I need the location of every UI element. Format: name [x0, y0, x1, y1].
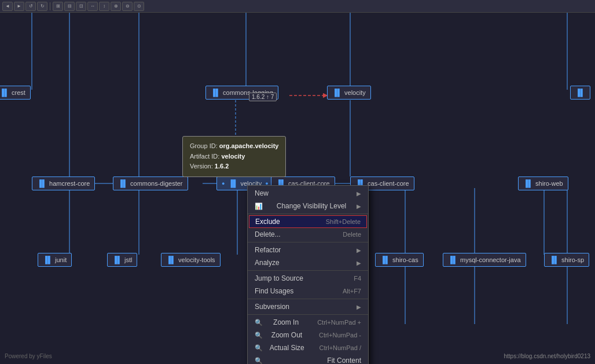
menu-item-refactor[interactable]: Refactor ▶ [248, 244, 368, 256]
toolbar-btn-2[interactable]: ► [14, 2, 24, 11]
node-commons-digester[interactable]: ▐▌ commons-digester [113, 177, 188, 190]
menu-item-find-usages-label: Find Usages [255, 287, 293, 295]
context-menu: New ▶ 📊 Change Visibility Level ▶ Exclud… [247, 185, 369, 364]
menu-item-new[interactable]: New ▶ [248, 187, 368, 200]
menu-item-delete-shortcut: Delete [343, 231, 361, 238]
menu-item-actual-size[interactable]: 🔍 Actual Size Ctrl+NumPad / [248, 341, 368, 354]
tooltip-artifact-id-value: velocity [221, 153, 245, 160]
tooltip-version-value: 1.6.2 [215, 163, 229, 170]
node-label-mysql-connector-java: mysql-connector-java [460, 256, 521, 263]
tooltip-artifact-id: Artifact ID: velocity [190, 152, 278, 162]
node-label-velocity-tools: velocity-tools [178, 256, 215, 263]
toolbar-btn-1[interactable]: ◄ [2, 2, 13, 11]
tooltip-version-label: Version: [190, 163, 215, 170]
menu-item-fit-content-label: Fit Content [327, 356, 361, 364]
node-icon-shiro-cas: ▐▌ [380, 256, 390, 264]
tooltip-version: Version: 1.6.2 [190, 161, 278, 172]
node-label-velocity-top: velocity [344, 89, 366, 96]
version-badge: 1.6.2 ↑ 7 [249, 93, 277, 101]
menu-item-zoom-in-label: Zoom In [273, 318, 299, 326]
node-right-partial[interactable]: ▐▌ [570, 86, 590, 100]
tooltip-group-id: Group ID: org.apache.velocity [190, 141, 278, 152]
menu-item-exclude-label: Exclude [255, 218, 280, 226]
toolbar-btn-7[interactable]: ⊡ [76, 2, 86, 11]
toolbar-btn-6[interactable]: ⊟ [64, 2, 75, 11]
menu-item-subversion-arrow: ▶ [357, 304, 361, 310]
node-shiro-web[interactable]: ▐▌ shiro-web [518, 177, 568, 190]
node-velocity-tools[interactable]: ▐▌ velocity-tools [161, 253, 221, 267]
menu-item-zoom-in-shortcut: Ctrl+NumPad + [317, 319, 361, 326]
zoom-out-icon: 🔍 [255, 332, 264, 339]
node-icon-commons-logging: ▐▌ [211, 89, 221, 97]
toolbar-btn-4[interactable]: ↻ [37, 2, 47, 11]
node-hamcrest-core[interactable]: ▐▌ hamcrest-core [32, 177, 95, 190]
menu-item-zoom-out-shortcut: Ctrl+NumPad - [319, 332, 361, 339]
menu-separator-1 [248, 214, 368, 214]
menu-item-change-visibility-arrow: ▶ [357, 203, 361, 209]
blog-url-label: https://blog.csdn.net/holybird0213 [504, 353, 590, 359]
menu-item-analyze-arrow: ▶ [357, 260, 361, 266]
toolbar-btn-3[interactable]: ↺ [25, 2, 36, 11]
node-icon-hamcrest-core: ▐▌ [37, 179, 47, 187]
menu-item-zoom-in[interactable]: 🔍 Zoom In Ctrl+NumPad + [248, 316, 368, 329]
tooltip-group-id-value: org.apache.velocity [219, 142, 279, 149]
node-shiro-cas[interactable]: ▐▌ shiro-cas [375, 253, 424, 267]
menu-separator-3 [248, 270, 368, 271]
node-crest[interactable]: ▐▌ crest [0, 86, 31, 100]
canvas-area: ◄ ► ↺ ↻ ⊞ ⊟ ⊡ ↔ ↕ ⊕ ⊖ ⊙ [0, 0, 595, 364]
menu-item-analyze-label: Analyze [255, 259, 280, 267]
toolbar-btn-8[interactable]: ↔ [87, 2, 98, 11]
node-icon-shiro-sp: ▐▌ [549, 256, 559, 264]
node-label-cas-client-core-2: cas-client-core [368, 180, 409, 187]
menu-item-analyze[interactable]: Analyze ▶ [248, 256, 368, 269]
node-junit[interactable]: ▐▌ junit [38, 253, 72, 267]
node-shiro-sp[interactable]: ▐▌ shiro-sp [544, 253, 589, 267]
node-label-junit: junit [55, 256, 67, 263]
toolbar-btn-11[interactable]: ⊖ [122, 2, 133, 11]
toolbar-btn-10[interactable]: ⊕ [111, 2, 121, 11]
node-icon-jstl: ▐▌ [112, 256, 122, 264]
menu-separator-2 [248, 242, 368, 242]
toolbar-btn-9[interactable]: ↕ [99, 2, 109, 11]
menu-item-refactor-label: Refactor [255, 246, 281, 254]
node-icon-shiro-web: ▐▌ [523, 179, 533, 187]
toolbar-btn-5[interactable]: ⊞ [53, 2, 63, 11]
powered-by-label: Powered by yFiles [5, 353, 52, 359]
node-label-shiro-web: shiro-web [535, 180, 563, 187]
menu-item-exclude-shortcut: Shift+Delete [326, 218, 361, 225]
node-icon-junit: ▐▌ [43, 256, 53, 264]
menu-item-find-usages-shortcut: Alt+F7 [343, 288, 361, 295]
menu-separator-5 [248, 314, 368, 315]
menu-item-find-usages[interactable]: Find Usages Alt+F7 [248, 285, 368, 297]
node-icon-right-partial: ▐▌ [575, 89, 585, 97]
node-label-crest: crest [12, 89, 25, 96]
menu-item-jump-to-source-label: Jump to Source [255, 274, 303, 282]
menu-item-delete-label: Delete... [255, 230, 281, 238]
tooltip-artifact-id-label: Artifact ID: [190, 153, 221, 160]
menu-item-fit-content[interactable]: 🔍 Fit Content [248, 354, 368, 364]
node-icon-crest: ▐▌ [0, 89, 9, 97]
menu-item-refactor-arrow: ▶ [357, 247, 361, 253]
menu-item-change-visibility[interactable]: 📊 Change Visibility Level ▶ [248, 200, 368, 212]
fit-content-icon: 🔍 [255, 357, 264, 365]
menu-item-jump-to-source[interactable]: Jump to Source F4 [248, 272, 368, 285]
node-icon-velocity-selected: ▐▌ [228, 179, 238, 187]
menu-item-actual-size-shortcut: Ctrl+NumPad / [319, 344, 361, 351]
menu-separator-4 [248, 299, 368, 299]
node-velocity-top[interactable]: ▐▌ velocity [327, 86, 371, 100]
menu-item-delete[interactable]: Delete... Delete [248, 228, 368, 241]
menu-item-exclude[interactable]: Exclude Shift+Delete [249, 215, 367, 228]
info-tooltip: Group ID: org.apache.velocity Artifact I… [182, 136, 286, 177]
node-mysql-connector-java[interactable]: ▐▌ mysql-connector-java [443, 253, 526, 267]
menu-item-jump-to-source-shortcut: F4 [354, 275, 361, 282]
menu-item-new-label: New [255, 189, 269, 197]
menu-item-zoom-out[interactable]: 🔍 Zoom Out Ctrl+NumPad - [248, 329, 368, 341]
node-label-jstl: jstl [124, 256, 132, 263]
menu-item-change-visibility-icon: 📊 [255, 203, 264, 210]
toolbar-btn-12[interactable]: ⊙ [134, 2, 144, 11]
dot-left: ● [222, 181, 225, 186]
menu-item-subversion[interactable]: Subversion ▶ [248, 300, 368, 313]
actual-size-icon: 🔍 [255, 344, 264, 352]
node-icon-velocity-tools: ▐▌ [166, 256, 176, 264]
node-jstl[interactable]: ▐▌ jstl [107, 253, 137, 267]
